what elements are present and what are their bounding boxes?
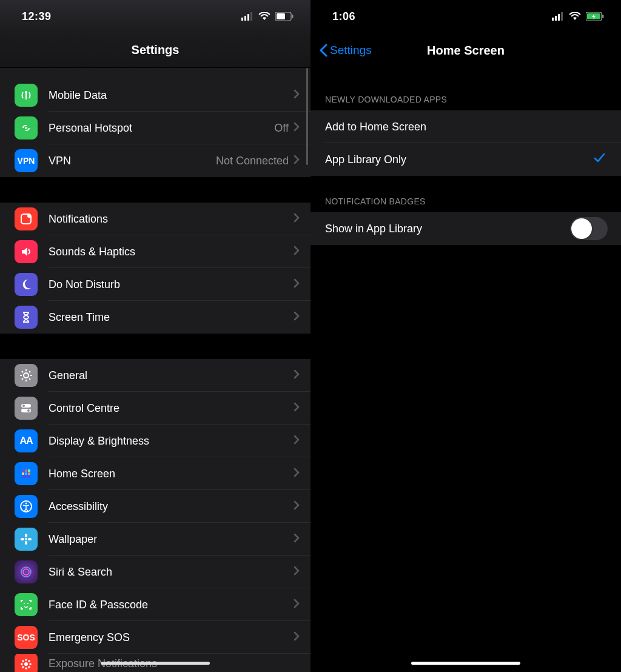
- checkmark-icon: [593, 152, 605, 167]
- svg-rect-52: [558, 14, 560, 21]
- settings-row-screen-time[interactable]: Screen Time: [0, 301, 310, 334]
- group-newly-downloaded: Add to Home Screen App Library Only: [310, 110, 621, 176]
- settings-row-personal-hotspot[interactable]: Personal Hotspot Off: [0, 112, 310, 144]
- hourglass-icon: [15, 306, 38, 329]
- back-button[interactable]: Settings: [319, 44, 372, 57]
- home-screen-settings: 1:06 Settings Home Screen NEWLY DOWNLOAD…: [310, 0, 621, 672]
- settings-row-home-screen[interactable]: Home Screen: [0, 457, 310, 490]
- chevron-right-icon: [294, 89, 300, 101]
- exposure-icon: [15, 654, 38, 672]
- settings-row-faceid[interactable]: Face ID & Passcode: [0, 588, 310, 621]
- svg-point-35: [21, 538, 24, 540]
- cellular-signal-icon: [241, 12, 253, 21]
- chevron-right-icon: [294, 435, 300, 447]
- svg-rect-6: [292, 15, 294, 18]
- svg-point-46: [22, 660, 24, 662]
- settings-row-vpn[interactable]: VPN VPN Not Connected: [0, 144, 310, 177]
- svg-rect-29: [22, 475, 30, 478]
- row-label: App Library Only: [325, 153, 593, 166]
- moon-icon: [15, 273, 38, 296]
- chevron-right-icon: [294, 155, 300, 167]
- home-indicator[interactable]: [411, 662, 520, 665]
- svg-point-32: [25, 538, 27, 540]
- link-icon: [15, 116, 38, 139]
- settings-row-control-centre[interactable]: Control Centre: [0, 392, 310, 425]
- sos-icon: SOS: [15, 626, 38, 649]
- svg-rect-25: [28, 469, 30, 472]
- settings-row-sos[interactable]: SOS Emergency SOS: [0, 621, 310, 654]
- settings-row-sounds[interactable]: Sounds & Haptics: [0, 235, 310, 268]
- accessibility-icon: [15, 495, 38, 518]
- row-label: Display & Brightness: [49, 435, 294, 448]
- chevron-right-icon: [294, 566, 300, 578]
- toggle-show-in-app-library[interactable]: Show in App Library: [310, 212, 621, 245]
- cellular-antenna-icon: [15, 84, 38, 107]
- svg-rect-2: [247, 14, 249, 21]
- wifi-icon: [569, 12, 581, 21]
- row-label: Wallpaper: [49, 533, 294, 546]
- row-label: Do Not Disturb: [49, 278, 294, 291]
- settings-row-general[interactable]: General: [0, 359, 310, 392]
- row-label: Accessibility: [49, 500, 294, 513]
- settings-row-display[interactable]: AA Display & Brightness: [0, 425, 310, 457]
- vpn-icon: VPN: [15, 149, 38, 172]
- chevron-right-icon: [294, 246, 300, 258]
- chevron-right-icon: [294, 468, 300, 480]
- home-screen-content: NEWLY DOWNLOADED APPS Add to Home Screen…: [310, 68, 621, 672]
- svg-rect-24: [25, 469, 27, 472]
- svg-point-22: [27, 409, 30, 412]
- settings-row-siri[interactable]: Siri & Search: [0, 556, 310, 588]
- group-notification-badges: Show in App Library: [310, 212, 621, 245]
- scrollbar-thumb[interactable]: [306, 68, 308, 165]
- partial-row-top: [0, 68, 310, 79]
- row-label: Notifications: [49, 213, 294, 226]
- gear-icon: [15, 364, 38, 387]
- svg-rect-0: [241, 18, 243, 21]
- svg-point-36: [28, 538, 32, 540]
- row-label: Mobile Data: [49, 89, 294, 102]
- settings-row-notifications[interactable]: Notifications: [0, 203, 310, 235]
- option-add-to-home-screen[interactable]: Add to Home Screen: [310, 110, 621, 143]
- chevron-right-icon: [294, 278, 300, 291]
- settings-row-dnd[interactable]: Do Not Disturb: [0, 268, 310, 301]
- status-icons: [552, 12, 604, 21]
- settings-list[interactable]: Mobile Data Personal Hotspot Off VPN VPN…: [0, 68, 310, 672]
- chevron-left-icon: [319, 44, 327, 57]
- svg-rect-23: [22, 469, 24, 472]
- wifi-icon: [258, 12, 270, 21]
- battery-charging-icon: [586, 12, 604, 21]
- row-label: Add to Home Screen: [325, 121, 621, 133]
- svg-point-31: [25, 503, 27, 505]
- row-label: Personal Hotspot: [49, 122, 274, 135]
- row-label: Emergency SOS: [49, 631, 294, 644]
- section-header-notification-badges: NOTIFICATION BADGES: [310, 197, 621, 212]
- svg-rect-3: [250, 12, 252, 21]
- svg-line-17: [29, 371, 30, 372]
- page-title: Home Screen: [427, 44, 505, 58]
- home-indicator[interactable]: [101, 662, 210, 665]
- svg-line-18: [22, 378, 23, 380]
- status-time: 12:39: [22, 10, 52, 23]
- svg-point-42: [25, 659, 27, 660]
- svg-point-40: [27, 603, 29, 604]
- siri-icon: [15, 560, 38, 583]
- row-label: Home Screen: [49, 468, 294, 480]
- flower-icon: [15, 528, 38, 551]
- svg-point-7: [25, 91, 27, 93]
- row-label: VPN: [49, 155, 216, 167]
- svg-rect-27: [25, 472, 27, 475]
- settings-row-accessibility[interactable]: Accessibility: [0, 490, 310, 523]
- svg-rect-53: [561, 12, 563, 21]
- toggle-switch[interactable]: [570, 217, 608, 240]
- row-detail: Off: [274, 122, 289, 135]
- svg-point-47: [29, 660, 30, 662]
- chevron-right-icon: [294, 533, 300, 545]
- settings-row-mobile-data[interactable]: Mobile Data: [0, 79, 310, 112]
- nav-bar: Settings Home Screen: [310, 33, 621, 68]
- settings-row-wallpaper[interactable]: Wallpaper: [0, 523, 310, 556]
- chevron-right-icon: [294, 500, 300, 512]
- settings-screen: 12:39 Settings Mobile Data: [0, 0, 310, 672]
- svg-line-15: [22, 371, 23, 372]
- settings-group-notifications: Notifications Sounds & Haptics: [0, 203, 310, 334]
- option-app-library-only[interactable]: App Library Only: [310, 143, 621, 176]
